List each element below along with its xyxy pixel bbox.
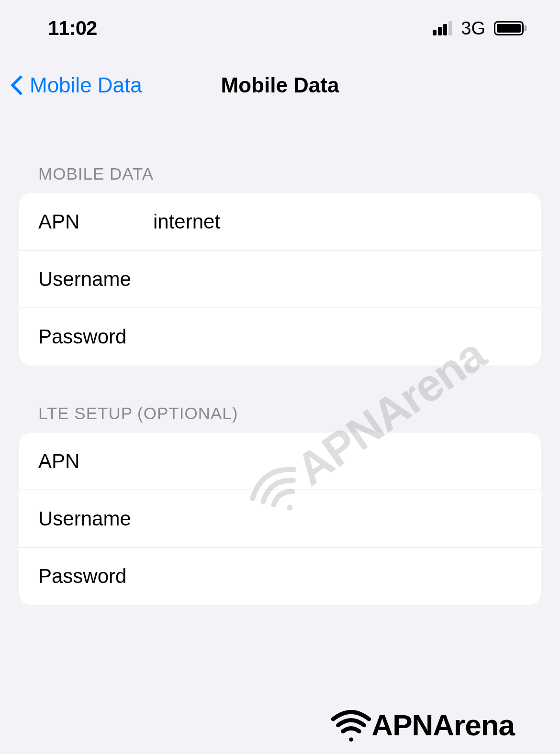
field-label-lte-apn: APN — [38, 450, 153, 473]
field-label-password: Password — [38, 325, 153, 348]
navigation-bar: Mobile Data Mobile Data — [0, 54, 560, 126]
lte-username-input[interactable] — [153, 507, 522, 530]
watermark-bottom: APNArena — [331, 708, 515, 742]
network-type: 3G — [461, 18, 485, 39]
field-row-username[interactable]: Username — [19, 251, 541, 308]
field-row-lte-username[interactable]: Username — [19, 490, 541, 548]
field-label-lte-username: Username — [38, 507, 153, 530]
lte-password-input[interactable] — [153, 565, 522, 588]
section-header-mobile-data: MOBILE DATA — [0, 126, 560, 193]
wifi-icon — [331, 708, 371, 742]
signal-strength-icon — [433, 21, 452, 35]
status-right: 3G — [433, 18, 526, 39]
section-header-lte-setup: LTE SETUP (OPTIONAL) — [0, 366, 560, 433]
password-input[interactable] — [153, 325, 522, 348]
watermark-text: APNArena — [371, 708, 515, 742]
status-time: 11:02 — [48, 17, 97, 40]
field-label-apn: APN — [38, 210, 153, 233]
field-row-apn[interactable]: APN — [19, 193, 541, 251]
field-row-lte-password[interactable]: Password — [19, 548, 541, 605]
field-row-lte-apn[interactable]: APN — [19, 433, 541, 490]
back-label: Mobile Data — [30, 73, 142, 97]
apn-input[interactable] — [153, 210, 522, 233]
field-row-password[interactable]: Password — [19, 308, 541, 366]
field-label-username: Username — [38, 268, 153, 291]
field-label-lte-password: Password — [38, 565, 153, 588]
section-mobile-data: APN Username Password — [19, 193, 541, 366]
page-title: Mobile Data — [221, 73, 339, 97]
battery-icon — [494, 21, 526, 35]
username-input[interactable] — [153, 268, 522, 291]
lte-apn-input[interactable] — [153, 450, 522, 473]
chevron-left-icon — [10, 74, 23, 97]
section-lte-setup: APN Username Password — [19, 433, 541, 605]
back-button[interactable]: Mobile Data — [10, 73, 142, 97]
status-bar: 11:02 3G — [0, 0, 560, 54]
